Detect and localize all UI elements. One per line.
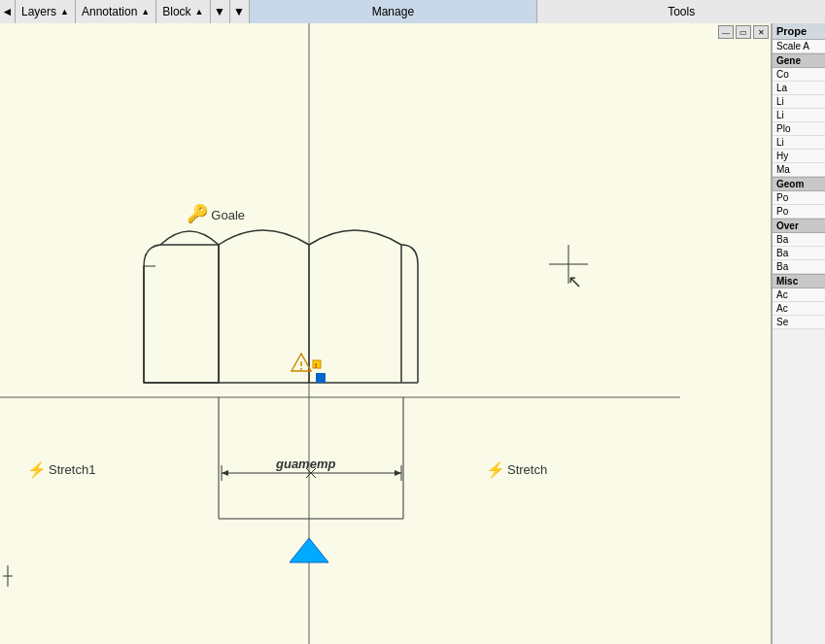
misc-row-1[interactable]: Ac: [773, 302, 825, 316]
close-button[interactable]: ✕: [753, 25, 769, 39]
block-button[interactable]: Block ▲: [156, 0, 210, 23]
svg-marker-15: [290, 538, 328, 562]
block-arrow: ▲: [195, 7, 204, 17]
panel-title: Prope: [773, 23, 825, 40]
manage-button[interactable]: Manage: [250, 0, 538, 23]
svg-marker-9: [222, 470, 228, 476]
svg-point-19: [300, 368, 302, 370]
goale-text: Goale: [211, 208, 245, 222]
geom-row-1[interactable]: Po: [773, 205, 825, 219]
stretch1-label-container: ⚡ Stretch1: [27, 460, 95, 479]
gene-row-5[interactable]: Li: [773, 136, 825, 150]
lightning1-icon: ⚡: [27, 460, 47, 479]
goale-icon: 🔑: [187, 204, 208, 223]
tools-button[interactable]: Tools: [537, 0, 825, 23]
goale-label-container: 🔑 Goale: [187, 203, 245, 224]
canvas-area[interactable]: — ▭ ✕: [0, 23, 772, 644]
lightning2-icon: ⚡: [486, 460, 505, 479]
layers-button[interactable]: Layers ▲: [16, 0, 76, 23]
over-row-1[interactable]: Ba: [773, 247, 825, 260]
gene-row-3[interactable]: Li: [773, 109, 825, 122]
right-panel: Prope Scale A Gene Co La Li Li Plo Li Hy…: [772, 23, 825, 644]
dropdown1-button[interactable]: ▼: [211, 0, 230, 23]
drawing-svg: !: [0, 23, 771, 644]
section-geom-header: Geom: [773, 177, 825, 191]
gene-row-6[interactable]: Hy: [773, 150, 825, 163]
over-row-2[interactable]: Ba: [773, 260, 825, 274]
annotation-button[interactable]: Annotation ▲: [76, 0, 156, 23]
section-misc-header: Misc: [773, 274, 825, 288]
gene-row-0[interactable]: Co: [773, 68, 825, 82]
toolbar: ◄ Layers ▲ Annotation ▲ Block ▲ ▼ ▼ Mana…: [0, 0, 825, 23]
window-controls: — ▭ ✕: [718, 25, 769, 39]
section-over-header: Over: [773, 219, 825, 233]
main-area: — ▭ ✕: [0, 23, 825, 644]
layers-arrow: ▲: [60, 7, 69, 17]
scale-row[interactable]: Scale A: [773, 40, 825, 53]
stretch1-text: Stretch1: [49, 462, 95, 477]
stretch-label-container: ⚡ Stretch: [486, 460, 547, 479]
minimize-button[interactable]: —: [718, 25, 734, 39]
over-row-0[interactable]: Ba: [773, 233, 825, 247]
annotation-arrow: ▲: [141, 7, 150, 17]
misc-row-2[interactable]: Se: [773, 316, 825, 329]
stretch-text: Stretch: [507, 462, 547, 477]
geom-row-0[interactable]: Po: [773, 191, 825, 205]
section-gene-header: Gene: [773, 53, 825, 68]
collapse-left-button[interactable]: ◄: [0, 0, 16, 23]
svg-text:!: !: [315, 362, 317, 369]
gene-row-4[interactable]: Plo: [773, 122, 825, 136]
dropdown2-button[interactable]: ▼: [230, 0, 250, 23]
gene-row-7[interactable]: Ma: [773, 163, 825, 177]
gene-row-1[interactable]: La: [773, 82, 825, 95]
svg-marker-10: [395, 470, 401, 476]
misc-row-0[interactable]: Ac: [773, 288, 825, 302]
svg-rect-16: [316, 373, 326, 383]
guamemp-label: guamemp: [276, 457, 335, 471]
restore-button[interactable]: ▭: [736, 25, 751, 39]
gene-row-2[interactable]: Li: [773, 95, 825, 109]
